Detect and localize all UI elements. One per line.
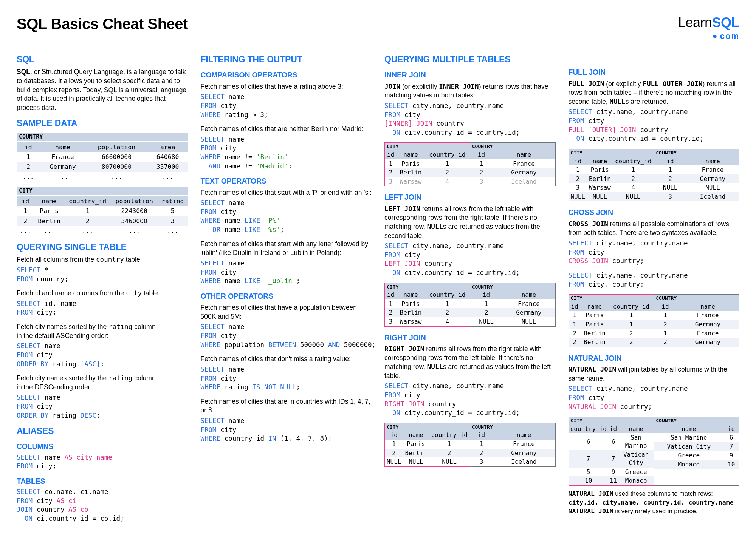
desc-ratingabove: Fetch names of cities that have a rating… [201,82,372,91]
natural-join-table: CITY country_ididname 66San Marino 77Vat… [569,417,740,486]
code-alias-tbl: SELECT co.name, ci.name FROM city AS ci … [17,488,188,523]
filtering-heading: FILTERING THE OUTPUT [201,54,372,65]
city-table: idnamecountry_idpopulationrating 1Paris1… [17,196,188,236]
code-crossjoin2: SELECT city.name, country.name FROM city… [569,271,740,289]
code-ratingabove: SELECT name FROM city WHERE rating > 3; [201,93,372,119]
desc-like1: Fetch names of cities that start with a … [201,188,372,198]
cross-join-desc: CROSS JOIN returns all possible combinat… [569,220,740,238]
code-crossjoin1: SELECT city.name, country.name FROM city… [569,239,740,266]
brand-logo: LearnSQL •com [678,14,739,42]
other-ops-heading: OTHER OPERATORS [201,291,372,301]
desc-notnull: Fetch names of cities that don't miss a … [201,355,372,364]
code-like2: SELECT name FROM city WHERE name LIKE '_… [201,259,372,286]
query-single-heading: QUERYING SINGLE TABLE [17,241,188,253]
inner-join-desc: JOIN (or explicitly INNER JOIN) returns … [384,82,556,100]
full-join-heading: FULL JOIN [569,67,740,77]
cross-join-table: CITY idnamecountry_id 1Paris1 1Paris1 2B… [569,294,740,347]
desc-between: Fetch names of cities that have a popula… [201,303,372,321]
desc-idname: Fetch id and name columns from the city … [17,289,188,298]
desc-like2: Fetch names of cities that start with an… [201,240,372,258]
code-fulljoin: SELECT city.name, country.name FROM city… [569,108,740,144]
left-join-desc: LEFT JOIN returns all rows from the left… [384,205,556,241]
city-table-label: CITY [17,187,188,195]
sql-intro: SQL, or Structured Query Language, is a … [17,68,188,112]
column-1: SQL SQL, or Structured Query Language, i… [17,48,188,528]
column-2: FILTERING THE OUTPUT COMPARISON OPERATOR… [201,48,372,528]
code-in: SELECT name FROM city WHERE country_id I… [201,417,372,443]
sql-heading: SQL [17,54,188,65]
desc-orderasc: Fetch city names sorted by the rating co… [17,323,188,340]
code-alias-col: SELECT name AS city_name FROM city; [17,453,188,471]
country-table-label: COUNTRY [17,133,188,141]
code-rightjoin: SELECT city.name, country.name FROM city… [384,382,556,418]
code-innerjoin: SELECT city.name, country.name FROM city… [384,102,556,137]
desc-orderdesc: Fetch city names sorted by the rating co… [17,374,188,392]
column-3: QUERYING MULTIPLE TABLES INNER JOIN JOIN… [384,48,556,528]
code-select-idname: SELECT id, name FROM city; [17,299,188,317]
column-4: FULL JOIN FULL JOIN (or explicitly FULL … [569,48,740,528]
left-join-heading: LEFT JOIN [384,192,556,202]
comparison-heading: COMPARISON OPERATORS [201,70,372,80]
cross-join-heading: CROSS JOIN [569,207,740,217]
natural-join-desc: NATURAL JOIN will join tables by all col… [569,365,740,383]
full-join-desc: FULL JOIN (or explicitly FULL OUTER JOIN… [569,80,740,106]
code-select-star: SELECT * FROM country; [17,266,188,284]
code-like1: SELECT name FROM city WHERE name LIKE 'P… [201,199,372,235]
country-table: idnamepopulationarea 1France666000006406… [17,142,188,182]
code-natjoin: SELECT city.name, country.name FROM city… [569,384,740,411]
aliases-heading: ALIASES [17,425,188,437]
code-notequal: SELECT name FROM city WHERE name != 'Ber… [201,135,372,171]
code-orderasc: SELECT name FROM city ORDER BY rating [A… [17,342,188,369]
tables-heading: TABLES [17,476,188,486]
page-title: SQL Basics Cheat Sheet [17,14,188,34]
text-ops-heading: TEXT OPERATORS [201,176,372,186]
right-join-desc: RIGHT JOIN returns all rows from the rig… [384,345,556,381]
code-leftjoin: SELECT city.name, country.name FROM city… [384,242,556,278]
inner-join-heading: INNER JOIN [384,70,556,80]
natural-note: NATURAL JOIN used these columns to match… [569,489,740,516]
inner-join-table: CITY idnamecountry_id 1Paris1 2Berlin2 3… [384,142,556,186]
code-notnull: SELECT name FROM city WHERE rating IS NO… [201,365,372,392]
desc-in: Fetch names of cities that are in countr… [201,397,372,415]
right-join-heading: RIGHT JOIN [384,333,556,343]
columns-heading: COLUMNS [17,441,188,451]
natural-join-heading: NATURAL JOIN [569,353,740,363]
desc-notequal: Fetch names of cities that are neither B… [201,125,372,134]
full-join-table: CITY idnamecountry_id 1Paris1 2Berlin2 3… [569,149,740,202]
left-join-table: CITY idnamecountry_id 1Paris1 2Berlin2 3… [384,283,556,327]
right-join-table: CITY idnamecountry_id 1Paris1 2Berlin2 N… [384,423,556,467]
code-orderdesc: SELECT name FROM city ORDER BY rating DE… [17,393,188,420]
sample-data-heading: SAMPLE DATA [17,117,188,129]
desc-allcols: Fetch all columns from the country table… [17,255,188,264]
multiple-tables-heading: QUERYING MULTIPLE TABLES [384,54,556,65]
code-between: SELECT name FROM city WHERE population B… [201,323,372,349]
